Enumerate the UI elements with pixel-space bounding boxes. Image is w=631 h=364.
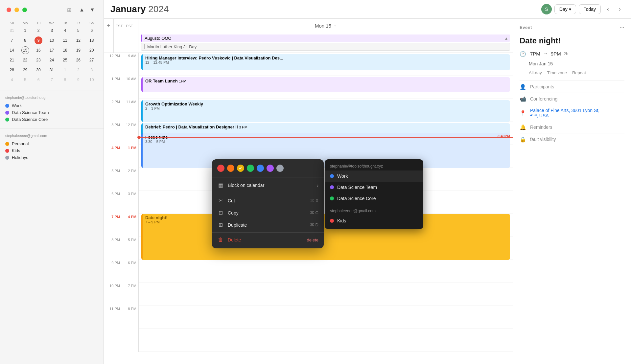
color-yellow[interactable]: ✓ [237, 165, 244, 172]
mini-cal-day[interactable]: 30 [32, 65, 45, 75]
submenu-item-work[interactable]: Work [325, 171, 423, 182]
mini-cal-day[interactable]: 1 [58, 65, 72, 75]
event-or-lunch[interactable]: OR Team Lunch 1PM [141, 77, 510, 92]
duplicate-icon: ⊞ [217, 222, 224, 228]
color-blue[interactable] [257, 165, 264, 172]
sidebar-item-datascience-team[interactable]: Data Science Team [5, 109, 98, 116]
color-green[interactable] [247, 165, 254, 172]
calendar-block-icon: ▦ [217, 182, 224, 188]
panel-more-button[interactable]: ··· [619, 24, 624, 31]
mini-cal-day[interactable]: 21 [5, 55, 18, 65]
mini-cal-day[interactable]: 1 [18, 26, 32, 35]
menu-item-duplicate[interactable]: ⊞ Duplicate ⌘ D [212, 219, 324, 231]
mini-cal-day[interactable]: 26 [72, 55, 85, 65]
mini-cal-day[interactable]: 18 [58, 45, 72, 55]
avatar[interactable]: S [541, 4, 552, 14]
allday-collapse-icon[interactable]: ▴ [505, 35, 507, 41]
mini-cal-day[interactable]: 11 [58, 35, 72, 45]
view-selector[interactable]: Day ▾ [554, 4, 576, 14]
tab-allday[interactable]: All-day [529, 70, 542, 75]
event-growth[interactable]: Growth Optimization Weekly 2 – 3 PM [141, 100, 510, 122]
mini-cal-day[interactable]: 15 [18, 45, 32, 55]
sidebar-item-datascience-core[interactable]: Data Science Core [5, 116, 98, 123]
kids-dot [5, 149, 9, 153]
mini-cal-day[interactable]: 12 [72, 35, 85, 45]
menu-item-copy[interactable]: ⊡ Copy ⌘ C [212, 207, 324, 219]
mini-cal-day[interactable]: 16 [32, 45, 45, 55]
time-row-11pm: 11 PM 8 PM [104, 306, 138, 329]
add-event-icon[interactable]: + [107, 22, 110, 29]
mini-cal-day[interactable]: 10 [45, 35, 58, 45]
mini-cal-day[interactable]: 2 [72, 65, 85, 75]
mini-cal-day[interactable]: 14 [5, 45, 18, 55]
mini-cal-day[interactable]: 27 [85, 55, 98, 65]
submenu-kids-label: Kids [337, 218, 346, 223]
mini-cal-day[interactable]: 5 [72, 26, 85, 35]
mini-cal-day[interactable]: 31 [5, 26, 18, 35]
mini-cal-day[interactable]: 3 [45, 26, 58, 35]
mini-cal-day[interactable]: 5 [18, 75, 32, 85]
mini-cal-day[interactable]: 2 [32, 26, 45, 35]
sidebar-layout-icon[interactable]: ⊞ [67, 7, 71, 13]
sidebar-item-kids[interactable]: Kids [5, 147, 98, 154]
close-button[interactable] [7, 8, 11, 12]
context-menu: ✓ ▦ Block on calendar › ✂ Cut ⌘ X ⊡ Copy… [212, 159, 324, 248]
participants-icon: 👤 [520, 84, 526, 90]
maximize-button[interactable] [22, 8, 27, 12]
mini-cal-day[interactable]: 9 [72, 75, 85, 85]
event-time-detail: 🕐 7PM → 9PM 2h [520, 51, 624, 57]
allday-event-augusto[interactable]: Augusto OOO ▴ [141, 34, 510, 42]
tab-timezone[interactable]: Time zone [547, 70, 567, 75]
mini-cal-day[interactable]: 24 [45, 55, 58, 65]
event-duration: 2h [564, 51, 568, 56]
sidebar-collapse-down[interactable]: ▼ [88, 5, 97, 14]
prev-arrow[interactable]: ‹ [603, 5, 613, 14]
tab-repeat[interactable]: Repeat [572, 70, 586, 75]
mini-cal-day[interactable]: 29 [18, 65, 32, 75]
minimize-button[interactable] [14, 8, 19, 12]
mini-cal-day[interactable]: 6 [32, 75, 45, 85]
current-time-indicator: 3:40PM [139, 137, 513, 138]
sidebar-item-holidays[interactable]: Holidays [5, 154, 98, 161]
event-focus-time: 3:30 – 5 PM [145, 140, 507, 144]
mini-cal-day[interactable]: 7 [5, 35, 18, 45]
menu-item-delete[interactable]: 🗑 Delete delete [212, 234, 324, 246]
mini-cal-day[interactable]: 13 [85, 35, 98, 45]
color-orange[interactable] [227, 165, 234, 172]
mini-cal-day[interactable]: 10 [85, 75, 98, 85]
submenu-item-kids[interactable]: Kids [325, 215, 423, 226]
mini-cal-day[interactable]: 31 [45, 65, 58, 75]
time-row-5pm: 5 PM 2 PM [104, 168, 138, 191]
event-hiring[interactable]: Hiring Manager Interview: Pedro Vuskovic… [141, 54, 510, 70]
mini-cal-day[interactable]: 22 [18, 55, 32, 65]
mini-cal-day[interactable]: 25 [58, 55, 72, 65]
mini-cal-day[interactable]: 19 [72, 45, 85, 55]
mini-cal-day[interactable]: 7 [45, 75, 58, 85]
menu-item-block-on-calendar[interactable]: ▦ Block on calendar › [212, 179, 324, 192]
mini-cal-day[interactable]: 3 [85, 65, 98, 75]
mini-cal-day[interactable]: 4 [5, 75, 18, 85]
sidebar-item-work[interactable]: Work [5, 102, 98, 109]
color-red[interactable] [217, 165, 224, 172]
color-gray[interactable] [276, 165, 284, 172]
location-row[interactable]: 📍 Palace of Fine Arts, 3601 Lyon St,⁴¹²³… [520, 105, 624, 121]
sidebar-item-personal[interactable]: Personal [5, 140, 98, 147]
mini-cal-day[interactable]: 28 [5, 65, 18, 75]
next-arrow[interactable]: › [615, 5, 624, 14]
mini-cal-day[interactable]: 23 [32, 55, 45, 65]
today-button[interactable]: Today [579, 4, 601, 14]
mini-cal-day[interactable]: 8 [58, 75, 72, 85]
holiday-event[interactable]: Martin Luther King Jr. Day [141, 43, 510, 51]
mini-cal-day[interactable]: 20 [85, 45, 98, 55]
mini-cal-day[interactable]: 8 [18, 35, 32, 45]
color-purple[interactable] [267, 165, 274, 172]
timezone-add-icon[interactable]: ± [334, 23, 336, 28]
mini-cal-day[interactable]: 17 [45, 45, 58, 55]
mini-cal-day[interactable]: 9 [32, 35, 45, 45]
sidebar-collapse-up[interactable]: ▲ [77, 5, 86, 14]
submenu-item-datascience-core[interactable]: Data Science Core [325, 193, 423, 204]
mini-cal-day[interactable]: 6 [85, 26, 98, 35]
mini-cal-day[interactable]: 4 [58, 26, 72, 35]
menu-item-cut[interactable]: ✂ Cut ⌘ X [212, 194, 324, 207]
submenu-item-datascience-team[interactable]: Data Science Team [325, 182, 423, 193]
